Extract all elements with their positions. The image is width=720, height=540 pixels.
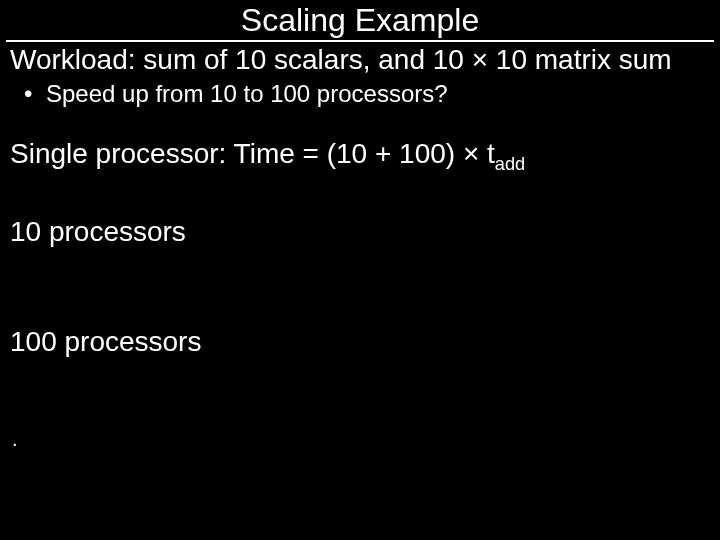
slide-body: Workload: sum of 10 scalars, and 10 × 10… xyxy=(0,42,720,451)
workload-line: Workload: sum of 10 scalars, and 10 × 10… xyxy=(10,46,710,75)
trailing-dot: . xyxy=(10,428,710,451)
speedup-text: Speed up from 10 to 100 processors? xyxy=(46,80,448,107)
single-prefix: Single processor: Time = (10 + 100) × t xyxy=(10,138,495,169)
speedup-bullet: •Speed up from 10 to 100 processors? xyxy=(10,81,710,107)
slide: Scaling Example Workload: sum of 10 scal… xyxy=(0,0,720,540)
hundred-processors-line: 100 processors xyxy=(10,326,710,358)
slide-title: Scaling Example xyxy=(6,0,714,42)
ten-processors-line: 10 processors xyxy=(10,216,710,248)
single-processor-line: Single processor: Time = (10 + 100) × ta… xyxy=(10,139,710,174)
single-subscript: add xyxy=(495,154,525,174)
bullet-dot-icon: • xyxy=(24,81,46,107)
